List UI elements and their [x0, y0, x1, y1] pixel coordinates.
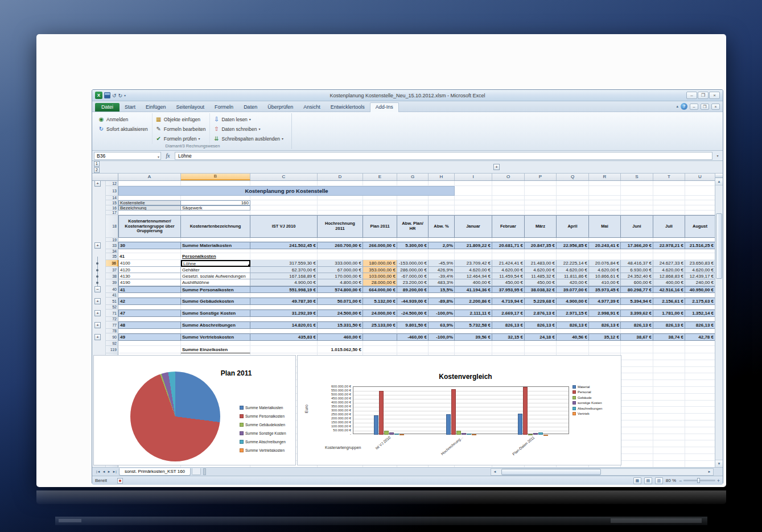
cell[interactable]: -153.000,00 €: [397, 260, 429, 267]
cell[interactable]: [653, 253, 685, 260]
cell[interactable]: 49.787,30 €: [250, 298, 318, 305]
cell[interactable]: [429, 253, 455, 260]
cell[interactable]: [455, 317, 492, 321]
cell[interactable]: [653, 440, 685, 447]
cell[interactable]: 17.366,20 €: [621, 242, 653, 249]
cell[interactable]: 483,3%: [429, 279, 455, 286]
cell[interactable]: 167.168,89 €: [250, 273, 318, 279]
cell[interactable]: -100,0%: [429, 333, 455, 341]
cell[interactable]: [589, 341, 621, 346]
cell[interactable]: [557, 211, 589, 215]
outline-expand-button[interactable]: +: [94, 334, 101, 340]
cell[interactable]: 420,00 €: [557, 279, 589, 286]
cell[interactable]: 9.801,50 €: [397, 321, 429, 329]
cell[interactable]: [653, 454, 685, 461]
cell[interactable]: [653, 211, 685, 215]
cell[interactable]: [653, 407, 685, 414]
row-header-52[interactable]: 52: [106, 305, 118, 310]
outline-expand-button[interactable]: +: [94, 322, 101, 328]
cell[interactable]: [363, 249, 397, 253]
cell[interactable]: [363, 346, 397, 353]
cell[interactable]: [685, 293, 715, 298]
cell[interactable]: [429, 200, 455, 205]
cell[interactable]: [653, 317, 685, 321]
cell[interactable]: [525, 249, 557, 253]
cell[interactable]: [525, 317, 557, 321]
outline-level-2-button[interactable]: 2: [94, 167, 100, 173]
ribbon-button-formeln-prüfen[interactable]: ✔Formeln prüfen▾: [154, 134, 208, 143]
cell[interactable]: [525, 238, 557, 242]
cell[interactable]: [318, 249, 363, 253]
cell[interactable]: 80.298,77 €: [621, 286, 653, 293]
cell[interactable]: 826,13 €: [557, 321, 589, 329]
cell[interactable]: [653, 380, 685, 387]
row-header-71[interactable]: 71: [106, 310, 118, 317]
cell[interactable]: 11.459,54 €: [492, 273, 525, 279]
zoom-track[interactable]: [683, 480, 715, 481]
cell[interactable]: [653, 196, 685, 200]
cell[interactable]: 14.820,01 €: [250, 321, 318, 329]
cell[interactable]: 826,13 €: [621, 321, 653, 329]
cell[interactable]: 24.500,00 €: [318, 310, 363, 317]
cell[interactable]: [397, 205, 429, 211]
cell[interactable]: [621, 387, 653, 394]
expand-formula-bar-icon[interactable]: ▾: [714, 154, 721, 158]
cell[interactable]: [397, 238, 429, 242]
cell[interactable]: 50.071,00 €: [318, 298, 363, 305]
cell[interactable]: [653, 238, 685, 242]
cell[interactable]: 333.000,00 €: [318, 260, 363, 267]
cell[interactable]: [118, 346, 181, 353]
cell[interactable]: [455, 329, 492, 333]
cell[interactable]: 160: [181, 200, 250, 205]
cell[interactable]: [685, 434, 715, 441]
row-header-17[interactable]: 17: [106, 211, 118, 215]
cell[interactable]: 21.809,22 €: [455, 242, 492, 249]
cell[interactable]: [653, 420, 685, 427]
cell[interactable]: 5.229,68 €: [525, 298, 557, 305]
cell[interactable]: 826,13 €: [589, 321, 621, 329]
cell[interactable]: [492, 181, 525, 186]
cell[interactable]: 551.998,19 €: [250, 286, 318, 293]
cell[interactable]: Februar: [492, 215, 525, 238]
cell[interactable]: Gesetzl. soziale Aufwendungen: [181, 273, 250, 279]
cell[interactable]: [492, 317, 525, 321]
cell[interactable]: [455, 305, 492, 310]
cell[interactable]: [685, 447, 715, 454]
column-header-U[interactable]: U: [685, 174, 715, 180]
cell[interactable]: [621, 380, 653, 387]
cell[interactable]: 286.000,00 €: [397, 267, 429, 273]
cell[interactable]: [318, 329, 363, 333]
cell[interactable]: [118, 249, 181, 253]
cell[interactable]: 39,56 €: [455, 333, 492, 341]
cell[interactable]: 20.681,71 €: [492, 242, 525, 249]
cell[interactable]: [685, 394, 715, 401]
cell[interactable]: Summe Personalkosten: [181, 286, 250, 293]
cell[interactable]: [455, 253, 492, 260]
cell[interactable]: 2.156,61 €: [653, 298, 685, 305]
cell[interactable]: Januar: [455, 215, 492, 238]
cell[interactable]: 20.076,84 €: [589, 260, 621, 267]
cell[interactable]: [685, 205, 715, 211]
cell[interactable]: [318, 205, 363, 211]
cell[interactable]: [397, 305, 429, 310]
cell[interactable]: [621, 407, 653, 414]
column-header-E[interactable]: E: [363, 174, 397, 180]
cell[interactable]: 48: [118, 321, 181, 329]
cell[interactable]: [685, 420, 715, 427]
excel-logo-icon[interactable]: X: [95, 92, 102, 99]
cell[interactable]: [250, 317, 318, 321]
cell[interactable]: [318, 341, 363, 346]
cell[interactable]: [429, 346, 455, 353]
undo-icon[interactable]: ↺: [112, 92, 117, 99]
column-header-O[interactable]: O: [492, 174, 525, 180]
cell[interactable]: [455, 293, 492, 298]
cell[interactable]: [589, 211, 621, 215]
cell[interactable]: [653, 305, 685, 310]
cell[interactable]: [250, 329, 318, 333]
prev-sheet-icon[interactable]: ◄: [102, 470, 106, 473]
cell[interactable]: [685, 329, 715, 333]
cell[interactable]: 67.000,00 €: [318, 267, 363, 273]
cell[interactable]: IST VJ 2010: [250, 215, 318, 238]
cell[interactable]: 39.077,00 €: [557, 286, 589, 293]
cell[interactable]: 21.483,00 €: [525, 260, 557, 267]
